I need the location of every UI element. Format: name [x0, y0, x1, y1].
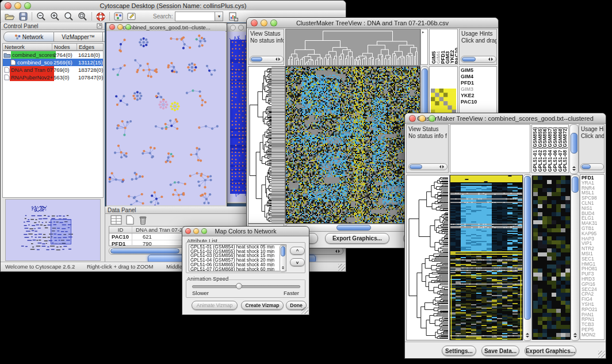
gutter-arrow-icon[interactable]: ▸ — [422, 30, 424, 35]
view-status-scrollbar[interactable] — [408, 163, 447, 170]
minimize-icon[interactable] — [117, 24, 123, 30]
correlation-mini-heatmap[interactable] — [431, 89, 456, 114]
close-icon[interactable] — [230, 25, 236, 30]
minimize-icon[interactable] — [193, 228, 199, 234]
export-graphics-button[interactable]: Export Graphics... — [525, 346, 576, 356]
row-label[interactable]: MON2 — [582, 332, 604, 338]
row-label[interactable]: YKE2 — [461, 93, 496, 99]
expression-heatmap[interactable] — [450, 175, 523, 340]
birdseye-view[interactable] — [5, 199, 101, 261]
minimize-icon[interactable] — [261, 20, 267, 26]
zoom-selected-icon[interactable] — [64, 12, 74, 21]
network-row-combined-sco-selected[interactable]: combined_sco 2569(6) 13112(15) — [3, 59, 103, 66]
dna-column-labels[interactable]: GIM5GIM4PFD1GIM3YKE2PAC10 — [429, 29, 458, 65]
settings-button[interactable]: Settings... — [442, 346, 476, 356]
attribute-select-icon[interactable] — [110, 215, 122, 227]
minimize-icon[interactable] — [14, 2, 21, 9]
save-session-icon[interactable] — [19, 12, 28, 21]
column-dendrogram[interactable] — [285, 29, 420, 66]
move-up-button[interactable]: ^ — [290, 247, 305, 255]
scroll-thumb[interactable] — [110, 248, 179, 254]
vizmapper-icon[interactable] — [114, 12, 123, 21]
row-label[interactable]: PAC10 — [461, 99, 496, 105]
close-icon[interactable] — [251, 20, 258, 26]
speed-slider-thumb[interactable] — [236, 283, 242, 289]
animate-vizmap-button[interactable]: Animate Vizmap — [192, 301, 238, 310]
close-icon[interactable] — [109, 24, 115, 30]
close-icon[interactable] — [5, 2, 12, 9]
zoom-window-icon[interactable] — [24, 2, 31, 9]
resize-grip[interactable] — [338, 264, 345, 271]
scroll-thumb[interactable] — [582, 164, 591, 169]
row-label[interactable]: GIM4 — [461, 74, 496, 80]
zoom-window-icon[interactable] — [125, 24, 131, 30]
row-dendrogram[interactable] — [406, 175, 450, 340]
attribute-listbox[interactable]: GPL51-01 (GSM854) heat shock 05 minGPL51… — [189, 244, 286, 271]
usage-hints-scrollbar[interactable] — [580, 163, 604, 170]
view-status-scrollbar[interactable] — [250, 56, 284, 63]
row-label[interactable]: GIM3 — [461, 86, 496, 93]
scroll-thumb[interactable] — [336, 225, 371, 231]
network-row-rnapuber[interactable]: RNAPuberNov2+ 563(0) 107847(0) — [3, 74, 103, 81]
treeview-dna-titlebar[interactable]: ClusterMaker TreeView : DNA and Tran 07-… — [247, 18, 498, 28]
create-vizmap-button[interactable]: Create Vizmap — [241, 301, 284, 310]
column-labels-vscrollbar[interactable] — [569, 124, 579, 174]
scroll-thumb[interactable] — [281, 246, 285, 256]
search-dropdown-icon[interactable]: ▾ — [215, 12, 223, 21]
secondary-heatmap[interactable] — [532, 175, 571, 340]
move-down-button[interactable]: v — [290, 258, 305, 266]
search-input[interactable] — [175, 12, 215, 21]
scroll-thumb[interactable] — [571, 133, 577, 154]
attribute-item[interactable]: GPL51-07 (GSM868) heat shock 60 min — [189, 267, 286, 271]
col-edges[interactable]: Edges — [77, 44, 103, 50]
tab-network[interactable]: Network — [3, 32, 54, 42]
save-data-button[interactable]: Save Data... — [481, 346, 519, 356]
main-titlebar[interactable]: Cytoscape Desktop (Session Name: collins… — [1, 1, 346, 11]
help-lifering-icon[interactable] — [96, 12, 105, 21]
zoom-window-icon[interactable] — [270, 20, 277, 26]
network-canvas[interactable] — [106, 31, 225, 205]
column-label[interactable]: GPL51-08 (GSM872) — [563, 127, 568, 172]
col-network[interactable]: Network — [3, 44, 52, 50]
zoom-out-icon[interactable] — [36, 12, 46, 21]
gene-row-labels[interactable]: PFD1YRA1RNR4MSL1SPC98CLN1NIS1BUD4ELG1MAK… — [580, 174, 605, 340]
scroll-thumb[interactable] — [572, 177, 579, 193]
column-label[interactable]: PAC10 — [454, 48, 458, 64]
minimize-icon[interactable] — [238, 25, 244, 30]
scroll-thumb[interactable] — [524, 176, 531, 320]
scroll-arrows[interactable] — [334, 248, 342, 254]
scroll-thumb[interactable] — [251, 57, 262, 62]
resize-grip[interactable] — [598, 351, 605, 358]
network-row-dna-tran[interactable]: DNA and Tran 07 769(0) 183728(0) — [3, 66, 103, 74]
tab-vizmapper[interactable]: VizMapper™ — [54, 32, 103, 42]
dna-heatmap[interactable] — [285, 66, 420, 224]
close-icon[interactable] — [409, 115, 416, 122]
zoom-in-icon[interactable] — [50, 12, 60, 21]
attribute-list-vscrollbar[interactable] — [280, 245, 286, 272]
annotation-icon[interactable] — [127, 12, 137, 21]
usage-hints-scrollbar[interactable] — [461, 56, 496, 63]
col-nodes[interactable]: Nodes — [52, 44, 77, 50]
row-label[interactable]: GIM5 — [461, 67, 496, 74]
float-panel-icon[interactable] — [97, 23, 102, 30]
heatmap-vscrollbar[interactable] — [523, 174, 532, 341]
export-graphics-button[interactable]: Export Graphics... — [325, 233, 389, 244]
zoom-window-icon[interactable] — [201, 228, 207, 234]
scroll-thumb[interactable] — [462, 57, 476, 62]
export-network-icon[interactable] — [229, 12, 238, 21]
close-icon[interactable] — [185, 228, 191, 234]
new-attribute-icon[interactable] — [125, 215, 135, 227]
network-row-combined-scores[interactable]: combined_scores 2764(0) 16218(0) — [3, 51, 103, 59]
delete-attribute-icon[interactable] — [139, 215, 147, 227]
secondary-vscrollbar[interactable] — [571, 174, 580, 341]
scroll-thumb[interactable] — [410, 164, 422, 169]
zoom-fit-icon[interactable] — [78, 12, 87, 21]
zoom-window-icon[interactable] — [429, 115, 435, 122]
resize-grip[interactable] — [301, 307, 308, 314]
gpl-column-labels[interactable]: GPL51-01 (GSM854)GPL51-02 (GSM855)GPL51-… — [531, 124, 569, 173]
row-label[interactable]: PFD1 — [461, 80, 496, 86]
speed-slider-track[interactable] — [192, 285, 300, 288]
minimize-icon[interactable] — [419, 115, 426, 122]
row-dendrogram[interactable] — [248, 66, 285, 224]
open-file-icon[interactable] — [5, 13, 15, 21]
